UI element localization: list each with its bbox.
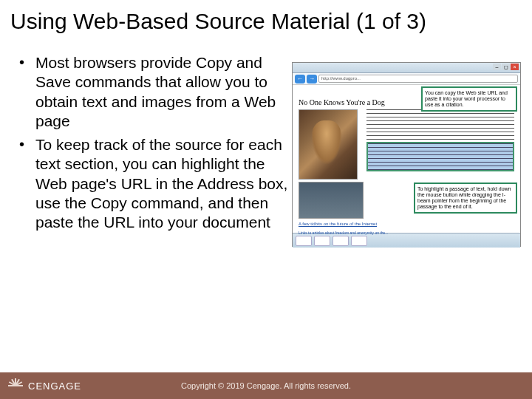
minimize-icon: – — [493, 64, 501, 70]
taskbar-item — [314, 236, 330, 246]
highlighted-text — [366, 142, 514, 171]
browser-page: You can copy the Web site URL and paste … — [293, 85, 520, 233]
close-icon: × — [511, 64, 519, 70]
callout-highlight: To highlight a passage of text, hold dow… — [414, 183, 517, 214]
dog-image — [299, 109, 358, 180]
burst-icon — [7, 378, 24, 394]
bullet-list: Most browsers provide Copy and Save comm… — [15, 40, 288, 350]
browser-titlebar: – ◻ × — [293, 63, 520, 73]
browser-navbar: ← → http://www.dogpro... — [293, 73, 520, 85]
back-icon: ← — [295, 75, 305, 83]
address-bar: http://www.dogpro... — [318, 75, 518, 83]
taskbar — [293, 233, 520, 248]
footer-bar: CENGAGE Copyright © 2019 Cengage. All ri… — [0, 372, 532, 399]
copyright-text: Copyright © 2019 Cengage. All rights res… — [181, 381, 351, 390]
callout-url-copy: You can copy the Web site URL and paste … — [421, 86, 517, 112]
content-area: Most browsers provide Copy and Save comm… — [0, 40, 532, 350]
maximize-icon: ◻ — [502, 64, 510, 70]
bullet-item: Most browsers provide Copy and Save comm… — [15, 53, 288, 131]
illustration: – ◻ × ← → http://www.dogpro... You can c… — [288, 40, 532, 350]
article-text — [366, 109, 514, 140]
bullet-item: To keep track of the source for each tex… — [15, 135, 288, 232]
forward-icon: → — [307, 75, 317, 83]
browser-window: – ◻ × ← → http://www.dogpro... You can c… — [292, 62, 521, 247]
related-links: Links to articles about freedom and anon… — [299, 231, 514, 235]
taskbar-item — [351, 236, 367, 246]
image-caption: A few tidbits on the future of the Inter… — [299, 222, 514, 226]
taskbar-item — [332, 236, 349, 246]
slide-title: Using Web-Based Source Material (1 of 3) — [0, 0, 532, 40]
taskbar-item — [296, 236, 312, 246]
brand-logo: CENGAGE — [0, 378, 81, 394]
secondary-image — [299, 182, 364, 219]
brand-name: CENGAGE — [28, 381, 81, 392]
